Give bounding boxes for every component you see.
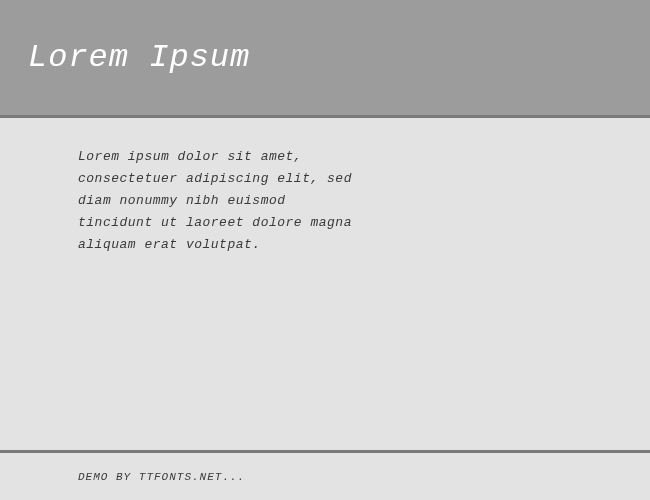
body-paragraph: Lorem ipsum dolor sit amet, consectetuer…	[78, 146, 358, 256]
page-title: Lorem Ipsum	[28, 39, 250, 76]
footer-bar: DEMO BY TTFONTS.NET...	[0, 450, 650, 500]
content-area: Lorem ipsum dolor sit amet, consectetuer…	[0, 118, 650, 450]
header-banner: Lorem Ipsum	[0, 0, 650, 118]
footer-credit: DEMO BY TTFONTS.NET...	[78, 471, 245, 483]
